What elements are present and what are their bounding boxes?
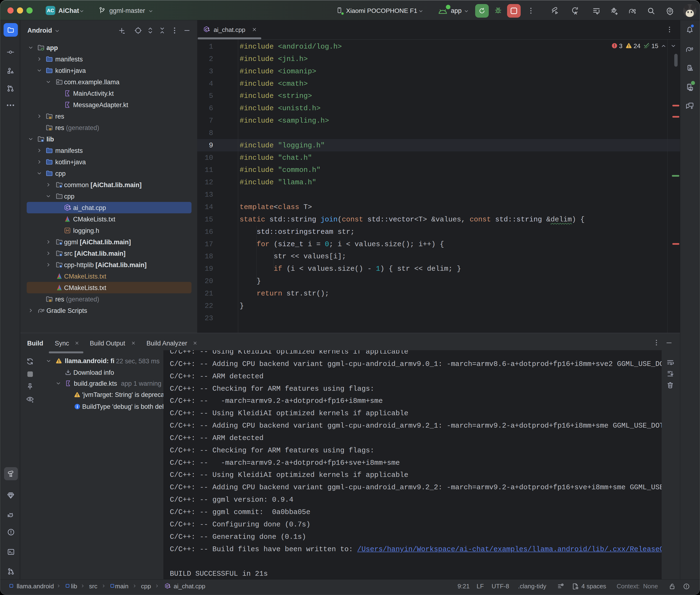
svg-text:C: C: [66, 206, 68, 210]
svg-text:C: C: [205, 28, 207, 31]
svg-text:A: A: [574, 11, 577, 15]
svg-text:C: C: [166, 584, 168, 588]
